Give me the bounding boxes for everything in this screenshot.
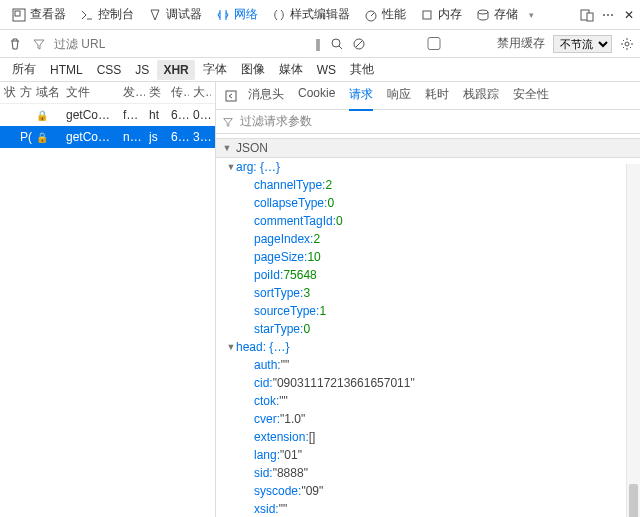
lock-icon: 🔒	[36, 132, 48, 143]
filter-type-其他[interactable]: 其他	[344, 58, 380, 81]
devtools-toolbar: 查看器 控制台 调试器 网络 样式编辑器 性能 内存 存储 ▾ ⋯ ✕	[0, 0, 640, 30]
filter-type-字体[interactable]: 字体	[197, 58, 233, 81]
detail-tab[interactable]: 安全性	[513, 82, 549, 111]
json-section-header[interactable]: ▼ JSON	[216, 138, 640, 158]
svg-point-4	[478, 10, 488, 14]
svg-rect-3	[423, 11, 431, 19]
toolbar-tab-memory[interactable]: 内存	[414, 2, 468, 27]
memory-icon	[420, 8, 434, 22]
json-tree-line[interactable]: lang: "01"	[216, 446, 640, 464]
toolbar-tab-network[interactable]: 网络	[210, 2, 264, 27]
json-tree-line[interactable]: xsid: ""	[216, 500, 640, 517]
close-icon[interactable]: ✕	[624, 8, 634, 22]
json-tree-line[interactable]: sourceType: 1	[216, 302, 640, 320]
toolbar-tab-performance[interactable]: 性能	[358, 2, 412, 27]
network-filter-bar: ‖ 禁用缓存 不节流	[0, 30, 640, 58]
json-tree-line[interactable]: ▼ head: {…}	[216, 338, 640, 356]
pause-icon[interactable]: ‖	[315, 37, 322, 51]
svg-rect-6	[587, 13, 593, 21]
json-tree-line[interactable]: ▼ arg: {…}	[216, 158, 640, 176]
json-tree-line[interactable]: pageSize: 10	[216, 248, 640, 266]
more-icon[interactable]: ⋯	[602, 8, 616, 22]
network-icon	[216, 8, 230, 22]
filter-type-XHR[interactable]: XHR	[157, 60, 194, 80]
vertical-scrollbar[interactable]	[626, 164, 640, 517]
filter-param-row: 过滤请求参数	[216, 110, 640, 134]
svg-rect-1	[15, 11, 20, 16]
chevron-down-icon[interactable]: ▼	[222, 143, 232, 153]
gear-icon[interactable]	[620, 37, 634, 51]
request-row[interactable]: 🔒getCommentCollapf…ht6…0…	[0, 104, 215, 126]
detail-tab[interactable]: Cookie	[298, 82, 335, 111]
search-icon[interactable]	[330, 37, 344, 51]
storage-icon	[476, 8, 490, 22]
filter-icon[interactable]	[30, 35, 48, 53]
filter-type-媒体[interactable]: 媒体	[273, 58, 309, 81]
debugger-icon	[148, 8, 162, 22]
disable-cache-checkbox[interactable]: 禁用缓存	[374, 35, 545, 52]
chevron-down-icon: ▾	[524, 8, 538, 22]
toolbar-tab-styleeditor[interactable]: 样式编辑器	[266, 2, 356, 27]
detail-tab[interactable]: 响应	[387, 82, 411, 111]
network-main: 状 方 域名 文件 发起 类 传输 大小 🔒getCommentCollapf……	[0, 82, 640, 517]
json-tree-line[interactable]: sid: "8888"	[216, 464, 640, 482]
block-icon[interactable]	[352, 37, 366, 51]
filter-type-HTML[interactable]: HTML	[44, 60, 89, 80]
json-tree-line[interactable]: poiId: 75648	[216, 266, 640, 284]
detail-tab[interactable]: 耗时	[425, 82, 449, 111]
filter-type-JS[interactable]: JS	[129, 60, 155, 80]
styleeditor-icon	[272, 8, 286, 22]
request-list-header: 状 方 域名 文件 发起 类 传输 大小	[0, 82, 215, 104]
toolbar-tab-label: 网络	[234, 6, 258, 23]
back-icon[interactable]	[222, 87, 240, 105]
filter-icon[interactable]	[222, 116, 234, 128]
json-tree-line[interactable]: extension: []	[216, 428, 640, 446]
json-tree-line[interactable]: cid: "09031117213661657011"	[216, 374, 640, 392]
toolbar-tab-storage[interactable]: 存储 ▾	[470, 2, 544, 27]
filter-type-图像[interactable]: 图像	[235, 58, 271, 81]
console-icon	[80, 8, 94, 22]
json-tree-line[interactable]: starType: 0	[216, 320, 640, 338]
json-tree-line[interactable]: auth: ""	[216, 356, 640, 374]
toolbar-tab-debugger[interactable]: 调试器	[142, 2, 208, 27]
json-tree-line[interactable]: collapseType: 0	[216, 194, 640, 212]
lock-icon: 🔒	[36, 110, 48, 121]
detail-tab[interactable]: 栈跟踪	[463, 82, 499, 111]
detail-tab[interactable]: 请求	[349, 82, 373, 111]
svg-point-9	[625, 42, 629, 46]
scrollbar-thumb[interactable]	[629, 484, 638, 517]
toolbar-tab-label: 调试器	[166, 6, 202, 23]
request-row[interactable]: P(🔒getCommentCollapn…js6…3…	[0, 126, 215, 148]
filter-type-CSS[interactable]: CSS	[91, 60, 128, 80]
toolbar-tab-label: 查看器	[30, 6, 66, 23]
json-tree-line[interactable]: syscode: "09"	[216, 482, 640, 500]
filter-type-所有[interactable]: 所有	[6, 58, 42, 81]
json-tree-line[interactable]: channelType: 2	[216, 176, 640, 194]
detail-tab[interactable]: 消息头	[248, 82, 284, 111]
toolbar-tab-label: 控制台	[98, 6, 134, 23]
inspector-icon	[12, 8, 26, 22]
json-tree-line[interactable]: sortType: 3	[216, 284, 640, 302]
json-tree-line[interactable]: cver: "1.0"	[216, 410, 640, 428]
filter-param-placeholder[interactable]: 过滤请求参数	[240, 113, 312, 130]
request-list: 状 方 域名 文件 发起 类 传输 大小 🔒getCommentCollapf……	[0, 82, 216, 517]
filter-type-row: 所有HTMLCSSJSXHR字体图像媒体WS其他	[0, 58, 640, 82]
svg-point-7	[332, 39, 340, 47]
toolbar-tab-console[interactable]: 控制台	[74, 2, 140, 27]
request-detail: 消息头Cookie请求响应耗时栈跟踪安全性 过滤请求参数 ▼ JSON ▼ ar…	[216, 82, 640, 517]
throttle-select[interactable]: 不节流	[553, 35, 612, 53]
json-tree-line[interactable]: commentTagId: 0	[216, 212, 640, 230]
trash-icon[interactable]	[6, 35, 24, 53]
responsive-icon[interactable]	[580, 8, 594, 22]
json-tree-line[interactable]: pageIndex: 2	[216, 230, 640, 248]
svg-rect-10	[226, 91, 236, 101]
filter-url-input[interactable]	[54, 37, 174, 51]
filter-type-WS[interactable]: WS	[311, 60, 342, 80]
performance-icon	[364, 8, 378, 22]
toolbar-tab-label: 存储	[494, 6, 518, 23]
json-tree-line[interactable]: ctok: ""	[216, 392, 640, 410]
detail-tabs-bar: 消息头Cookie请求响应耗时栈跟踪安全性	[216, 82, 640, 110]
toolbar-tab-inspector[interactable]: 查看器	[6, 2, 72, 27]
toolbar-tab-label: 样式编辑器	[290, 6, 350, 23]
json-body: ▼ JSON ▼ arg: {…}channelType: 2collapseT…	[216, 134, 640, 517]
